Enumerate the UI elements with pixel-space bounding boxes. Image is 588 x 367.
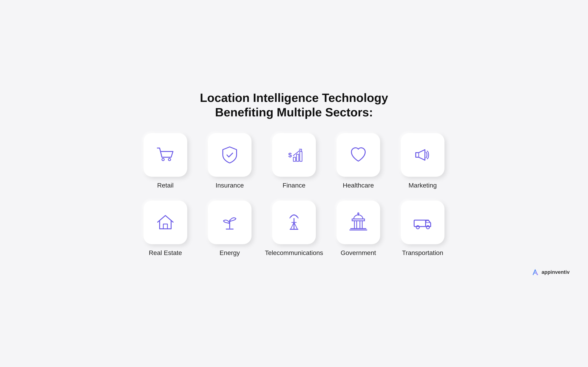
svg-point-1	[168, 158, 171, 161]
retail-icon-box	[144, 133, 187, 177]
energy-label: Energy	[220, 249, 240, 257]
finance-icon-box: $	[272, 133, 316, 177]
sector-insurance: Insurance	[205, 133, 255, 189]
svg-line-13	[290, 222, 294, 229]
insurance-icon-box	[208, 133, 252, 177]
sectors-grid: Retail Insurance $	[133, 133, 455, 257]
svg-rect-24	[414, 220, 426, 226]
telecommunications-icon	[284, 212, 304, 233]
sector-real-estate: Real Estate	[140, 200, 191, 257]
healthcare-label: Healthcare	[343, 182, 374, 189]
brand-name: appinventiv	[542, 269, 570, 275]
sector-energy: Energy	[205, 200, 255, 257]
real-estate-icon-box	[144, 200, 187, 244]
svg-text:$: $	[288, 151, 292, 158]
svg-line-14	[294, 222, 298, 229]
svg-rect-17	[352, 219, 365, 221]
healthcare-icon-box	[336, 133, 380, 177]
svg-rect-4	[297, 154, 299, 161]
marketing-icon-box	[401, 133, 444, 177]
finance-label: Finance	[282, 182, 306, 189]
page-title: Location Intelligence Technology Benefit…	[200, 91, 388, 119]
transportation-label: Transportation	[402, 249, 443, 257]
marketing-label: Marketing	[409, 182, 437, 189]
telecommunications-icon-box	[272, 200, 316, 244]
brand-logo-icon	[531, 268, 539, 276]
svg-rect-6	[163, 224, 167, 229]
retail-label: Retail	[157, 182, 174, 189]
finance-icon: $	[284, 145, 304, 165]
svg-rect-5	[300, 151, 302, 161]
sector-finance: $ Finance	[269, 133, 319, 189]
transportation-icon	[412, 212, 433, 233]
energy-icon-box	[208, 200, 252, 244]
government-label: Government	[341, 249, 376, 257]
retail-icon	[155, 145, 176, 165]
healthcare-icon	[348, 145, 369, 165]
marketing-icon	[412, 145, 433, 165]
transportation-icon-box	[401, 200, 444, 244]
sector-government: Government	[333, 200, 383, 257]
sector-transportation: Transportation	[397, 200, 448, 257]
sectors-row-1: Retail Insurance $	[133, 133, 455, 189]
government-icon	[348, 212, 369, 233]
insurance-label: Insurance	[216, 182, 244, 189]
brand-footer: appinventiv	[531, 268, 570, 276]
svg-point-0	[162, 158, 164, 161]
real-estate-label: Real Estate	[149, 249, 182, 257]
sector-telecommunications: Telecommunications	[269, 200, 319, 257]
sector-healthcare: Healthcare	[333, 133, 383, 189]
sector-retail: Retail	[140, 133, 191, 189]
real-estate-icon	[155, 212, 176, 233]
sector-marketing: Marketing	[397, 133, 448, 189]
insurance-icon	[219, 145, 240, 165]
svg-point-16	[358, 213, 359, 214]
government-icon-box	[336, 200, 380, 244]
telecommunications-label: Telecommunications	[265, 249, 323, 257]
svg-rect-3	[293, 157, 296, 161]
sectors-row-2: Real Estate Energy	[133, 200, 455, 257]
energy-icon	[219, 212, 240, 233]
